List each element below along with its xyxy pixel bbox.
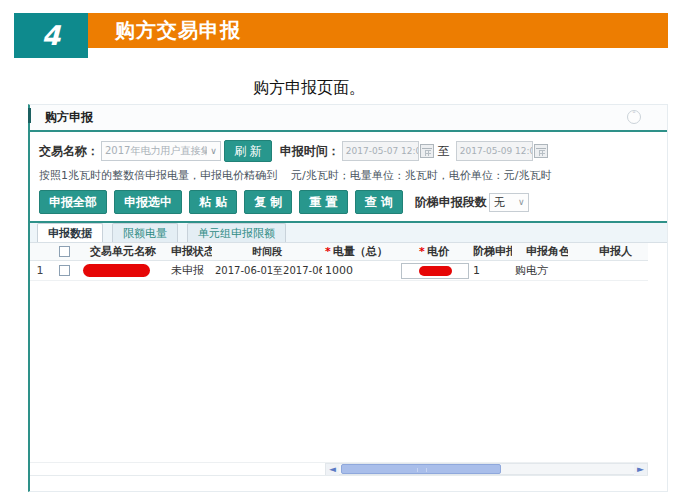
required-marker: *	[419, 245, 425, 258]
col-ladder-steps[interactable]: 阶梯申报段数	[470, 244, 512, 259]
filter-form-row: 交易名称： 2017年电力用户直接集中交易模拟 ∨ 刷 新 申报时间： 2017…	[39, 140, 667, 162]
caption-text: 购方申报页面。	[253, 78, 365, 99]
section-title: 购方交易申报	[88, 17, 241, 44]
reset-button[interactable]: 重 置	[299, 190, 347, 214]
scroll-spacer	[30, 463, 325, 475]
declaration-note: 按照1兆瓦时的整数倍申报电量，申报电价精确到元/兆瓦时；电量单位：兆瓦时，电价单…	[39, 168, 667, 183]
role-cell: 购电方	[512, 263, 568, 278]
required-marker: *	[325, 245, 331, 258]
note-part2: 元/兆瓦时；电量单位：兆瓦时，电价单位：元/兆瓦时	[291, 169, 551, 182]
time-from-input[interactable]: 2017-05-07 12:06:57	[342, 141, 419, 161]
declaration-grid: 交易单元名称 申报状态 时间段 *电量（总） *电价 阶梯申报段数 申报角色 申…	[30, 243, 648, 476]
section-banner: 购方交易申报	[88, 13, 668, 48]
panel-header: 购方申报 ˆ	[30, 105, 667, 132]
collapse-icon[interactable]: ˆ	[627, 110, 641, 124]
chevron-down-icon: ∨	[515, 197, 528, 207]
horizontal-scrollbar[interactable]: ◄ ►	[325, 463, 648, 475]
col-period[interactable]: 时间段	[212, 245, 322, 259]
declare-selected-button[interactable]: 申报选中	[114, 190, 182, 214]
col-quantity[interactable]: *电量（总）	[322, 244, 398, 259]
redacted-unit-name	[83, 264, 150, 277]
scroll-left-icon[interactable]: ◄	[326, 464, 339, 475]
col-price[interactable]: *电价	[398, 244, 470, 259]
to-label: 至	[438, 143, 450, 160]
trade-name-value: 2017年电力用户直接集中交易模拟	[102, 144, 207, 158]
refresh-button[interactable]: 刷 新	[224, 140, 272, 162]
scroll-right-icon[interactable]: ►	[634, 464, 647, 475]
toolbar: 申报全部 申报选中 粘 贴 复 制 重 置 查 询 阶梯申报段数 无 ∨	[39, 190, 667, 214]
time-to-input[interactable]: 2017-05-09 12:06:57	[456, 141, 533, 161]
tab-strip: 申报数据 限额电量 单元组申报限额	[30, 221, 667, 243]
panel-title: 购方申报	[30, 109, 93, 126]
row-number: 1	[30, 264, 50, 277]
status-cell: 未申报	[168, 263, 212, 278]
select-all-checkbox[interactable]	[59, 246, 70, 257]
step-number-badge: 4	[14, 13, 88, 58]
calendar-icon[interactable]	[534, 144, 548, 158]
horizontal-scroll-row: ◄ ►	[30, 462, 648, 475]
note-part1: 按照1兆瓦时的整数倍申报电量，申报电价精确到	[39, 169, 277, 182]
tab-limit-quantity[interactable]: 限额电量	[112, 223, 178, 242]
query-button[interactable]: 查 询	[355, 190, 403, 214]
ladder-steps-cell: 1	[470, 264, 512, 277]
paste-button[interactable]: 粘 贴	[189, 190, 237, 214]
page: 4 购方交易申报 购方申报页面。 购方申报 ˆ 交易名称： 2017年电力用户直…	[0, 0, 673, 502]
row-checkbox-cell	[50, 265, 78, 276]
buyer-declaration-panel: 购方申报 ˆ 交易名称： 2017年电力用户直接集中交易模拟 ∨ 刷 新 申报时…	[28, 104, 668, 492]
grid-empty-area	[30, 281, 648, 462]
select-all-checkbox-cell	[50, 246, 78, 257]
col-status[interactable]: 申报状态	[168, 244, 212, 259]
col-role[interactable]: 申报角色	[512, 244, 568, 259]
ladder-steps-label: 阶梯申报段数	[415, 194, 487, 211]
unit-name-cell	[78, 264, 168, 277]
redacted-price	[419, 266, 452, 276]
price-cell	[398, 263, 470, 279]
tab-declaration-data[interactable]: 申报数据	[37, 223, 103, 242]
trade-name-label: 交易名称：	[39, 143, 99, 160]
quantity-cell: 1000	[322, 264, 398, 277]
tab-unit-group-limit[interactable]: 单元组申报限额	[187, 223, 286, 242]
scrollbar-thumb[interactable]	[341, 464, 501, 474]
row-checkbox[interactable]	[59, 265, 70, 276]
col-declarer[interactable]: 申报人	[568, 244, 646, 259]
ladder-steps-select[interactable]: 无 ∨	[489, 193, 529, 212]
price-input[interactable]	[401, 263, 469, 279]
trade-name-select[interactable]: 2017年电力用户直接集中交易模拟 ∨	[101, 141, 221, 161]
table-row: 1 未申报 2017-06-01至2017-06-30 1000 1 购电方	[30, 261, 648, 281]
period-cell: 2017-06-01至2017-06-30	[212, 264, 322, 278]
copy-button[interactable]: 复 制	[244, 190, 292, 214]
scrollbar-track[interactable]	[339, 464, 634, 475]
declare-all-button[interactable]: 申报全部	[39, 190, 107, 214]
col-unit-name[interactable]: 交易单元名称	[78, 244, 168, 259]
calendar-icon[interactable]	[420, 144, 434, 158]
panel-accent-bar	[28, 108, 31, 123]
grid-header-row: 交易单元名称 申报状态 时间段 *电量（总） *电价 阶梯申报段数 申报角色 申…	[30, 243, 648, 261]
chevron-down-icon: ∨	[207, 146, 220, 156]
ladder-steps-value: 无	[490, 195, 515, 210]
declare-time-label: 申报时间：	[280, 143, 340, 160]
